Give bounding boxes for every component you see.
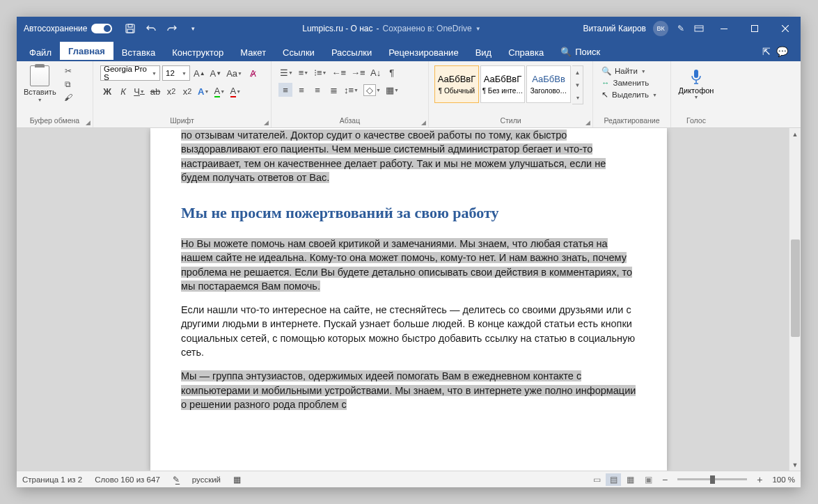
justify-icon[interactable]: ≣ (327, 83, 340, 97)
tab-review[interactable]: Рецензирование (380, 43, 466, 61)
subscript-button[interactable]: x2 (164, 84, 178, 98)
font-name-select[interactable]: Georgia Pro S▼ (100, 65, 160, 81)
tab-file[interactable]: Файл (21, 43, 60, 61)
scroll-down-icon[interactable]: ▼ (789, 459, 801, 471)
read-mode-icon[interactable]: ▭ (589, 473, 604, 486)
shrink-font-icon[interactable]: A▼ (209, 66, 223, 80)
tab-view[interactable]: Вид (467, 43, 501, 61)
copy-icon[interactable]: ⧉ (62, 79, 74, 90)
find-button[interactable]: 🔍Найти▼ (600, 65, 663, 77)
chevron-down-icon[interactable]: ▼ (475, 26, 481, 32)
scroll-up-icon[interactable]: ▲ (572, 66, 583, 79)
dictate-button[interactable]: Диктофон ▼ (675, 64, 717, 102)
selected-text[interactable]: Но Вы можете помочь нам своей критикой и… (181, 238, 632, 292)
show-marks-icon[interactable]: ¶ (385, 65, 399, 79)
font-size-select[interactable]: 12▼ (162, 65, 190, 81)
search-tab[interactable]: 🔍 Поиск (552, 42, 608, 61)
qat-dropdown-icon[interactable]: ▾ (187, 23, 198, 34)
language-indicator[interactable]: русский (192, 475, 221, 484)
user-name[interactable]: Виталий Каиров (583, 24, 646, 33)
shading-icon[interactable]: ◇▼ (362, 83, 382, 97)
dialog-launcher-icon[interactable]: ◢ (585, 119, 590, 126)
decrease-indent-icon[interactable]: ←≡ (330, 65, 347, 79)
redo-icon[interactable] (166, 23, 178, 34)
web-layout-icon[interactable]: ▦ (622, 473, 638, 486)
tab-references[interactable]: Ссылки (274, 43, 323, 61)
toggle-switch[interactable] (91, 24, 112, 33)
text-effects-icon[interactable]: A▼ (196, 84, 210, 98)
zoom-slider[interactable] (677, 478, 747, 480)
tab-layout[interactable]: Макет (232, 43, 274, 61)
sort-icon[interactable]: A↓ (369, 65, 383, 79)
tab-home[interactable]: Главная (60, 42, 113, 62)
tab-mailings[interactable]: Рассылки (323, 43, 380, 61)
highlight-color-icon[interactable]: A▼ (212, 84, 226, 98)
select-button[interactable]: ↖Выделить▼ (600, 89, 663, 100)
scroll-thumb[interactable] (791, 239, 800, 337)
zoom-out-button[interactable]: − (659, 474, 670, 485)
heading[interactable]: Мы не просим пожертвований за свою работ… (181, 203, 636, 224)
selected-text[interactable]: Мы — группа энтузиастов, одержимых идеей… (181, 370, 636, 410)
maximize-button[interactable] (739, 17, 770, 40)
spellcheck-icon[interactable]: ✎̲ (173, 475, 180, 485)
bold-button[interactable]: Ж (100, 84, 114, 98)
scroll-up-icon[interactable]: ▲ (789, 128, 801, 140)
undo-icon[interactable] (145, 23, 157, 34)
page[interactable]: по отзывам читателей. Доктор судит о кач… (150, 128, 667, 471)
tab-help[interactable]: Справка (500, 43, 552, 61)
increase-indent-icon[interactable]: →≡ (349, 65, 367, 79)
focus-icon[interactable]: ▣ (645, 475, 652, 485)
format-painter-icon[interactable]: 🖌 (62, 92, 74, 103)
style-normal[interactable]: АаБбВвГ ¶ Обычный (434, 65, 479, 103)
zoom-thumb[interactable] (710, 475, 715, 484)
selected-text[interactable]: по отзывам читателей. Доктор судит о кач… (181, 129, 606, 183)
body-text[interactable]: Если нашли что-то интересное на сайте, н… (181, 303, 636, 359)
align-left-icon[interactable]: ≡ (278, 83, 292, 97)
replace-button[interactable]: ↔Заменить (600, 78, 663, 88)
zoom-in-button[interactable]: + (754, 474, 765, 485)
dialog-launcher-icon[interactable]: ◢ (86, 119, 91, 126)
paste-button[interactable]: Вставить ▼ (21, 64, 59, 104)
tab-design[interactable]: Конструктор (164, 43, 232, 61)
ribbon-options-icon[interactable] (693, 23, 705, 34)
align-center-icon[interactable]: ≡ (294, 83, 308, 97)
numbering-icon[interactable]: ≡▼ (297, 65, 310, 79)
svg-rect-6 (694, 70, 698, 78)
bullets-icon[interactable]: ☰▼ (278, 65, 294, 79)
cut-icon[interactable]: ✂ (62, 65, 74, 77)
save-icon[interactable] (125, 23, 136, 34)
clear-formatting-icon[interactable]: A̷ (246, 66, 260, 80)
print-layout-icon[interactable]: ▤ (606, 473, 621, 486)
multilevel-list-icon[interactable]: ⁝≡▼ (313, 65, 329, 79)
italic-button[interactable]: К (116, 84, 130, 98)
autosave-toggle[interactable]: Автосохранение (17, 24, 119, 33)
tab-insert[interactable]: Вставка (113, 43, 164, 61)
font-color-icon[interactable]: A▼ (228, 84, 242, 98)
comments-icon[interactable]: 💬 (776, 46, 788, 57)
change-case-icon[interactable]: Aa▼ (225, 66, 244, 80)
styles-gallery-more[interactable]: ▲ ▼ ▾ (572, 65, 583, 104)
scroll-down-icon[interactable]: ▼ (572, 79, 583, 91)
minimize-button[interactable] (709, 17, 739, 40)
strikethrough-button[interactable]: ab (148, 84, 162, 98)
page-indicator[interactable]: Страница 1 из 2 (22, 475, 82, 484)
superscript-button[interactable]: x2 (180, 84, 194, 98)
macro-icon[interactable]: ▦ (233, 475, 241, 485)
vertical-scrollbar[interactable]: ▲ ▼ (789, 128, 801, 471)
dialog-launcher-icon[interactable]: ◢ (264, 119, 269, 126)
zoom-level[interactable]: 100 % (772, 475, 795, 484)
align-right-icon[interactable]: ≡ (310, 83, 324, 97)
word-count[interactable]: Слово 160 из 647 (95, 475, 160, 484)
close-button[interactable] (770, 17, 801, 40)
style-heading1[interactable]: АаБбВв Заголово… (526, 65, 571, 103)
style-nospacing[interactable]: АаБбВвГ ¶ Без инте… (480, 65, 525, 103)
share-icon[interactable]: ⇱ (762, 46, 771, 57)
borders-icon[interactable]: ▦▼ (384, 83, 400, 97)
grow-font-icon[interactable]: A▲ (192, 66, 207, 80)
underline-button[interactable]: Ч▼ (132, 84, 146, 98)
expand-icon[interactable]: ▾ (572, 91, 583, 104)
user-avatar[interactable]: ВК (653, 21, 668, 36)
pen-icon[interactable]: ✎ (675, 23, 686, 34)
line-spacing-icon[interactable]: ↕≡▼ (343, 83, 360, 97)
dialog-launcher-icon[interactable]: ◢ (421, 119, 426, 126)
